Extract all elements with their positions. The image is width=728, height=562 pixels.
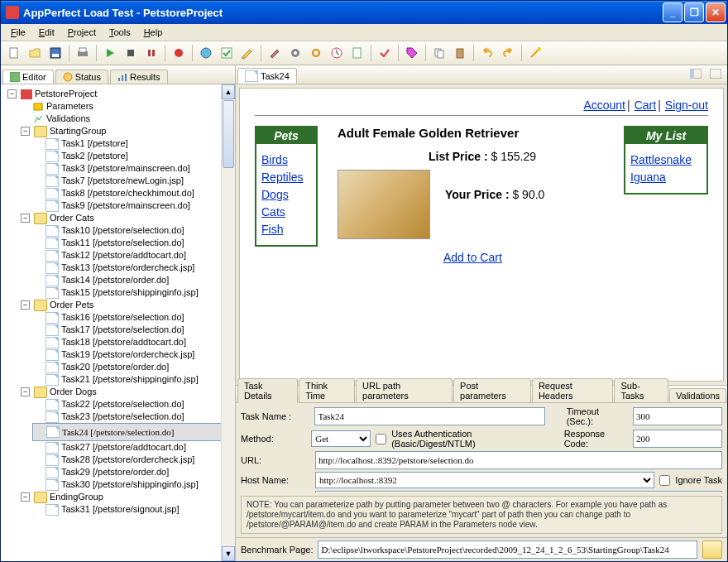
- taskname-input[interactable]: [314, 407, 544, 425]
- tree-task[interactable]: Task17 [/petstore/selection.do]: [32, 324, 233, 336]
- tree-task[interactable]: Task15 [/petstore/shippinginfo.jsp]: [32, 286, 233, 299]
- path-input[interactable]: [315, 491, 722, 492]
- menu-help[interactable]: Help: [137, 26, 170, 39]
- collapse-icon[interactable]: −: [7, 89, 17, 98]
- tree-task[interactable]: Task10 [/petstore/selection.do]: [32, 224, 233, 237]
- validate-icon[interactable]: [375, 43, 395, 63]
- link-account[interactable]: Account: [583, 98, 625, 112]
- tree-task[interactable]: Task28 [/petstore/ordercheck.jsp]: [32, 454, 233, 466]
- tree-task[interactable]: Task18 [/petstore/addtocart.do]: [32, 336, 233, 348]
- tree-task[interactable]: Task29 [/petstore/order.do]: [32, 466, 233, 478]
- tree-task[interactable]: Task8 [/petstore/checkhimout.do]: [32, 187, 233, 199]
- tree-task[interactable]: Task27 [/petstore/addtocart.do]: [32, 441, 233, 454]
- record-icon[interactable]: [169, 43, 189, 63]
- settings-icon[interactable]: [265, 43, 285, 63]
- scroll-down-icon[interactable]: ▼: [222, 546, 235, 561]
- tree-task[interactable]: Task14 [/petstore/order.do]: [32, 274, 233, 286]
- maximize-button[interactable]: ❐: [684, 2, 704, 22]
- tree-parameters[interactable]: Parameters: [46, 100, 93, 113]
- category-link[interactable]: Dogs: [261, 188, 311, 201]
- view-left-icon[interactable]: [686, 64, 706, 84]
- ignore-checkbox[interactable]: [659, 475, 670, 486]
- host-select[interactable]: http://localhost.:8392: [315, 472, 654, 488]
- menu-file[interactable]: File: [4, 26, 32, 39]
- check-icon[interactable]: [217, 43, 237, 63]
- refresh-icon[interactable]: [306, 43, 326, 63]
- link-cart[interactable]: Cart: [635, 98, 656, 112]
- print-icon[interactable]: [73, 43, 93, 63]
- scroll-up-icon[interactable]: ▲: [222, 84, 235, 99]
- scroll-thumb[interactable]: [223, 100, 234, 168]
- tree-task[interactable]: Task30 [/petstore/shippinginfo.jsp]: [32, 478, 233, 491]
- close-button[interactable]: ✕: [706, 2, 726, 22]
- tree-group[interactable]: Order Dogs: [50, 386, 97, 398]
- stop-icon[interactable]: [121, 43, 141, 63]
- open-icon[interactable]: [25, 43, 45, 63]
- tab-results[interactable]: Results: [110, 70, 168, 84]
- tree-group[interactable]: Order Pets: [50, 299, 93, 311]
- tree-task[interactable]: Task11 [/petstore/selection.do]: [32, 237, 233, 249]
- tree-task[interactable]: Task9 [/petstore/mainscreen.do]: [32, 199, 233, 212]
- menu-edit[interactable]: Edit: [32, 26, 61, 39]
- tree-task[interactable]: Task22 [/petstore/selection.do]: [32, 398, 233, 411]
- link-signout[interactable]: Sign-out: [665, 98, 708, 112]
- run-icon[interactable]: [100, 43, 120, 63]
- detail-tab[interactable]: Task Details: [237, 378, 298, 403]
- tree-root[interactable]: PetstoreProject: [35, 88, 97, 100]
- tree-task[interactable]: Task24 [/petstore/selection.do]: [32, 423, 233, 441]
- tree-task[interactable]: Task31 [/petstore/signout.jsp]: [32, 503, 233, 516]
- mylist-link[interactable]: Iguana: [630, 171, 702, 184]
- tree-view[interactable]: −PetstoreProject Parameters Validations …: [1, 84, 235, 561]
- tag-icon[interactable]: [402, 43, 422, 63]
- menu-tools[interactable]: Tools: [103, 26, 137, 39]
- benchmark-input[interactable]: [318, 540, 697, 559]
- category-link[interactable]: Fish: [261, 223, 311, 236]
- document-icon[interactable]: [347, 43, 367, 63]
- redo-icon[interactable]: [498, 43, 518, 63]
- tree-task[interactable]: Task7 [/petstore/newLogin.jsp]: [32, 175, 233, 187]
- save-icon[interactable]: [46, 43, 65, 63]
- collapse-icon[interactable]: −: [21, 300, 30, 310]
- undo-icon[interactable]: [477, 43, 497, 63]
- add-to-cart-link[interactable]: Add to Cart: [443, 251, 502, 264]
- tree-task[interactable]: Task12 [/petstore/addtocart.do]: [32, 249, 233, 262]
- paste-icon[interactable]: [450, 43, 470, 63]
- tab-task[interactable]: Task24: [237, 68, 297, 84]
- copy-icon[interactable]: [429, 43, 449, 63]
- collapse-icon[interactable]: −: [21, 387, 30, 396]
- tree-task[interactable]: Task1 [/petstore]: [32, 137, 233, 150]
- wand-icon[interactable]: [525, 43, 545, 63]
- method-select[interactable]: Get: [311, 430, 371, 447]
- tree-task[interactable]: Task23 [/petstore/selection.do]: [32, 411, 233, 423]
- tree-task[interactable]: Task20 [/petstore/order.do]: [32, 361, 233, 373]
- tab-editor[interactable]: Editor: [2, 70, 54, 84]
- collapse-icon[interactable]: −: [21, 127, 30, 136]
- gear-icon[interactable]: [285, 43, 305, 63]
- clock-icon[interactable]: [327, 43, 347, 63]
- collapse-icon[interactable]: −: [21, 492, 30, 502]
- detail-tab[interactable]: Sub-Tasks: [614, 378, 668, 402]
- tree-task[interactable]: Task16 [/petstore/selection.do]: [32, 311, 233, 324]
- category-link[interactable]: Reptiles: [261, 171, 311, 184]
- tab-status[interactable]: Status: [55, 70, 108, 84]
- scrollbar[interactable]: ▲ ▼: [221, 84, 235, 561]
- minimize-button[interactable]: _: [663, 2, 682, 22]
- edit-icon[interactable]: [237, 43, 257, 63]
- new-icon[interactable]: [4, 43, 24, 63]
- detail-tab[interactable]: Validations: [669, 388, 726, 402]
- detail-tab[interactable]: Request Headers: [532, 378, 614, 402]
- timeout-input[interactable]: [633, 407, 722, 425]
- browser-icon[interactable]: [196, 43, 216, 63]
- tree-group[interactable]: EndingGroup: [50, 491, 103, 503]
- auth-checkbox[interactable]: [376, 434, 386, 444]
- view-full-icon[interactable]: [706, 64, 726, 84]
- menu-project[interactable]: Project: [61, 26, 103, 39]
- mylist-link[interactable]: Rattlesnake: [630, 153, 702, 166]
- collapse-icon[interactable]: −: [21, 214, 30, 223]
- tree-task[interactable]: Task2 [/petstore]: [32, 150, 233, 162]
- tree-task[interactable]: Task19 [/petstore/ordercheck.jsp]: [32, 348, 233, 361]
- tree-task[interactable]: Task21 [/petstore/shippinginfo.jsp]: [32, 373, 233, 386]
- detail-tab[interactable]: URL path parameters: [356, 378, 453, 402]
- tree-validations[interactable]: Validations: [46, 113, 90, 125]
- detail-tab[interactable]: Post parameters: [453, 378, 531, 402]
